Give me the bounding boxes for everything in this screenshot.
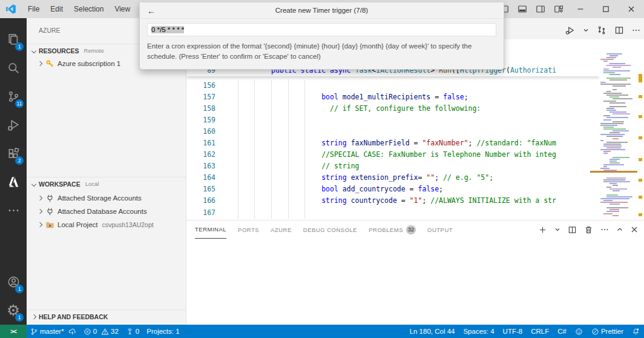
section-description: Local: [85, 181, 99, 187]
titlebar-controls: [495, 0, 644, 18]
panel-tab-output[interactable]: OUTPUT: [427, 220, 453, 239]
chevron-down-icon: [31, 181, 36, 186]
minimap[interactable]: [599, 51, 637, 220]
panel-tab-problems[interactable]: PROBLEMS32: [369, 220, 416, 239]
problems-count-badge: 32: [406, 225, 416, 234]
activity-settings[interactable]: ⚙1: [0, 296, 27, 325]
tree-item-attached-database-accounts[interactable]: Attached Database Accounts: [27, 205, 186, 218]
bottom-panel: TERMINALPORTSAZUREDEBUG CONSOLEPROBLEMS3…: [186, 220, 644, 325]
vscode-logo-icon: [5, 4, 16, 15]
status-language-mode[interactable]: C#: [553, 325, 571, 338]
warning-mark: [639, 95, 642, 98]
warning-mark: [639, 179, 642, 182]
status-indentation[interactable]: Spaces: 4: [459, 325, 498, 338]
trash-icon[interactable]: [584, 225, 593, 234]
activity-search[interactable]: [0, 54, 27, 82]
code-line-165: 165 bool add_countrycode = false;: [186, 184, 599, 195]
line-number: 167: [186, 207, 221, 219]
ellipsis-icon[interactable]: [600, 225, 609, 234]
status-label: Ln 180, Col 44: [410, 328, 455, 335]
terminal-content[interactable]: [186, 239, 644, 325]
panel-tab-terminal[interactable]: TERMINAL: [195, 220, 226, 239]
chevron-right-icon: [38, 209, 42, 214]
status-prettier[interactable]: Prettier: [587, 325, 628, 338]
feedback-smiley-icon: [575, 328, 583, 336]
ellipsis-icon[interactable]: [632, 26, 640, 35]
toggle-panel-icon[interactable]: [513, 0, 531, 18]
chevron-down-icon[interactable]: [583, 27, 589, 33]
plug-icon: [45, 207, 54, 216]
panel-tab-label: DEBUG CONSOLE: [303, 227, 357, 233]
split-editor-icon[interactable]: [614, 25, 624, 35]
panel-tab-label: PORTS: [238, 227, 259, 233]
code-line-166: 166 string countrycode = "1"; //ALWAYS I…: [186, 195, 599, 207]
status-label2: 32: [111, 328, 119, 335]
minimize-icon[interactable]: [568, 0, 593, 18]
line-content: //SPECIAL CASE: FaxNumber is Telephone N…: [221, 149, 556, 161]
tree-item-attached-storage-accounts[interactable]: Attached Storage Accounts: [27, 191, 186, 205]
line-number: 164: [186, 172, 221, 184]
warning-mark: [639, 196, 642, 199]
panel-tab-label: AZURE: [271, 227, 292, 233]
activity-extensions[interactable]: 2: [0, 139, 27, 168]
chevron-right-icon: [31, 314, 36, 319]
customize-layout-icon[interactable]: [550, 0, 568, 18]
menu-file[interactable]: File: [22, 0, 45, 18]
status-label: Prettier: [601, 328, 623, 335]
status-projects[interactable]: Projects: 1: [143, 325, 183, 338]
run-or-debug-icon[interactable]: [565, 25, 575, 35]
dialog-title: Create new Timer trigger (7/8): [275, 7, 368, 14]
status-encoding[interactable]: UTF-8: [499, 325, 527, 338]
code-line-167: 167: [186, 207, 599, 219]
panel-tab-azure[interactable]: AZURE: [271, 220, 292, 239]
tree-item-local-project[interactable]: Local Projectcsvpush13AU2opt: [27, 218, 186, 231]
status-feedback[interactable]: [571, 325, 587, 338]
line-content: // if SET, configure the follwowing:: [221, 103, 481, 114]
activity-run-and-debug[interactable]: [0, 111, 27, 139]
panel-actions: [538, 220, 638, 239]
menu-bar: FileEditSelectionViewGo: [22, 0, 156, 18]
line-number: 157: [186, 91, 221, 103]
warning-mark: [639, 158, 642, 161]
toggle-secondary-sidebar-icon[interactable]: [531, 0, 550, 18]
cloud-upload-icon: [68, 328, 76, 336]
compare-changes-icon[interactable]: [597, 25, 606, 35]
chevron-down-icon[interactable]: [554, 227, 560, 233]
remote-indicator[interactable]: ><: [0, 325, 27, 338]
activity-accounts[interactable]: 1: [0, 268, 27, 296]
status-cursor-position[interactable]: Ln 180, Col 44: [406, 325, 459, 338]
cron-expression-input[interactable]: 0 */5 * * * *: [147, 23, 496, 36]
badge: 1: [15, 285, 24, 293]
arrow-left-icon[interactable]: ←: [147, 2, 156, 19]
panel-tab-ports[interactable]: PORTS: [238, 220, 259, 239]
status-forwarded-ports[interactable]: 0: [122, 325, 143, 338]
status-eol[interactable]: CRLF: [527, 325, 553, 338]
status-label: UTF-8: [503, 328, 523, 335]
new-terminal-icon[interactable]: [538, 225, 547, 234]
chevron-up-icon[interactable]: [616, 226, 623, 233]
code-line-159: 159: [186, 114, 599, 126]
activity-explorer[interactable]: 1: [0, 25, 27, 54]
overview-ruler: [637, 39, 644, 220]
status-label: master*: [40, 328, 64, 335]
activity-azure[interactable]: [0, 168, 27, 196]
status-notifications[interactable]: [628, 325, 644, 338]
section-help-and-feedback[interactable]: HELP AND FEEDBACK: [27, 310, 186, 323]
radio-tower-icon: [126, 328, 134, 336]
maximize-icon[interactable]: [593, 0, 619, 18]
close-icon[interactable]: [619, 0, 644, 18]
chevron-right-icon: [38, 196, 42, 200]
panel-tab-debug-console[interactable]: DEBUG CONSOLE: [303, 220, 357, 239]
activity-additional-views[interactable]: [0, 196, 27, 225]
split-panel-icon[interactable]: [568, 225, 577, 234]
menu-view[interactable]: View: [109, 0, 136, 18]
menu-selection[interactable]: Selection: [68, 0, 109, 18]
azure-icon: [7, 176, 20, 188]
status-problems[interactable]: 032: [80, 325, 122, 338]
menu-edit[interactable]: Edit: [45, 0, 68, 18]
status-git-branch[interactable]: master*: [27, 325, 80, 338]
close-icon[interactable]: [631, 226, 638, 233]
activity-source-control[interactable]: 11: [0, 82, 27, 111]
quick-input-dialog: ← Create new Timer trigger (7/8) 0 */5 *…: [139, 2, 504, 70]
section-workspace[interactable]: WORKSPACELocal: [27, 177, 186, 190]
